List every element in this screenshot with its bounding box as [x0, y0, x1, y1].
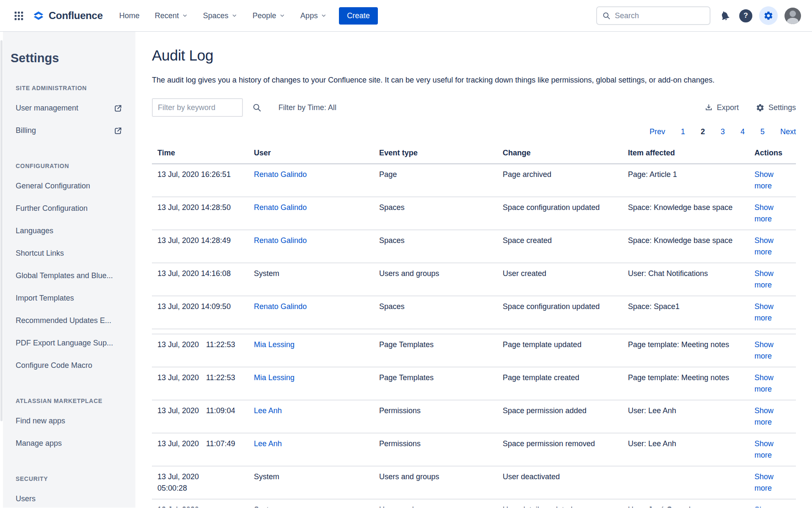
- cell-user: Renato Galindo: [248, 296, 374, 329]
- show-more-link[interactable]: Show more: [754, 302, 773, 322]
- sidebar-item-global-templates-and-blue[interactable]: Global Templates and Blue...: [16, 270, 122, 282]
- audit-settings-button[interactable]: Settings: [756, 103, 796, 112]
- cell-change: Page archived: [497, 164, 622, 197]
- nav-item-spaces[interactable]: Spaces: [197, 7, 244, 25]
- user-avatar[interactable]: [784, 8, 801, 24]
- user-link[interactable]: Renato Galindo: [254, 236, 307, 245]
- sidebar-section-heading: CONFIGURATION: [16, 163, 127, 169]
- sidebar-item-shortcut-links[interactable]: Shortcut Links: [16, 248, 122, 259]
- show-more-link[interactable]: Show more: [754, 340, 773, 360]
- audit-log-row: 13 Jul, 2020 14:28:50Renato GalindoSpace…: [152, 197, 796, 230]
- sidebar-item-import-templates[interactable]: Import Templates: [16, 293, 122, 304]
- cell-user: Renato Galindo: [248, 164, 374, 197]
- show-more-link[interactable]: Show more: [754, 170, 773, 190]
- user-link[interactable]: Renato Galindo: [254, 203, 307, 212]
- filter-search-button[interactable]: [252, 103, 261, 112]
- pagination-page-5[interactable]: 5: [760, 126, 765, 138]
- nav-item-apps[interactable]: Apps: [294, 7, 333, 25]
- show-more-link[interactable]: Show more: [754, 505, 773, 508]
- user-link[interactable]: Mia Lessing: [254, 373, 295, 382]
- search-input[interactable]: [615, 11, 705, 20]
- cell-event-type: Users and groups: [374, 466, 497, 499]
- nav-item-home[interactable]: Home: [113, 7, 146, 25]
- user-link[interactable]: Lee Anh: [254, 406, 282, 415]
- create-button[interactable]: Create: [339, 7, 378, 25]
- table-toolbar: Export Settings: [705, 103, 796, 112]
- cell-change: User created: [497, 263, 622, 296]
- settings-sidebar: Settings SITE ADMINISTRATIONUser managem…: [0, 32, 135, 508]
- user-link[interactable]: Renato Galindo: [254, 302, 307, 311]
- sidebar-item-general-configuration[interactable]: General Configuration: [16, 180, 122, 192]
- sidebar-item-pdf-export-language-sup[interactable]: PDF Export Language Sup...: [16, 337, 122, 349]
- help-icon: ?: [743, 11, 748, 20]
- help-button[interactable]: ?: [739, 9, 752, 22]
- show-more-link[interactable]: Show more: [754, 406, 773, 426]
- cell-user: Renato Galindo: [248, 230, 374, 263]
- pagination-page-1[interactable]: 1: [681, 126, 685, 138]
- cell-actions: Show more: [749, 164, 796, 197]
- cell-item-affected: Space: Knowledge base space: [622, 230, 749, 263]
- cell-item-affected: Page template: Meeting notes: [622, 367, 749, 400]
- user-link[interactable]: Mia Lessing: [254, 340, 295, 349]
- pagination-page-current[interactable]: 2: [701, 126, 705, 138]
- sidebar-item-user-management[interactable]: User management: [16, 102, 122, 114]
- show-more-link[interactable]: Show more: [754, 269, 773, 289]
- show-more-link[interactable]: Show more: [754, 236, 773, 256]
- sidebar-item-billing[interactable]: Billing: [16, 125, 122, 136]
- sidebar-item-label: PDF Export Language Sup...: [16, 337, 113, 349]
- audit-log-row: 13 Jul, 202011:22:53Mia LessingPage Temp…: [152, 367, 796, 400]
- cell-user: Mia Lessing: [248, 334, 374, 367]
- show-more-link[interactable]: Show more: [754, 373, 773, 393]
- show-more-link[interactable]: Show more: [754, 439, 773, 459]
- nav-item-people[interactable]: People: [246, 7, 292, 25]
- cell-item-affected: User: Lee Anh: [622, 400, 749, 433]
- show-more-link[interactable]: Show more: [754, 472, 773, 492]
- cell-time: 13 Jul, 2020 14:28:49: [152, 230, 248, 263]
- sidebar-item-label: Languages: [16, 225, 53, 237]
- pagination-page-3[interactable]: 3: [721, 126, 725, 138]
- cell-actions: Show more: [749, 296, 796, 329]
- notifications-button[interactable]: [717, 8, 732, 23]
- time-filter-dropdown[interactable]: Filter by Time: All: [278, 103, 336, 112]
- search-icon: [602, 11, 611, 20]
- sidebar-item-users[interactable]: Users: [16, 493, 122, 505]
- column-header-actions: Actions: [749, 149, 796, 164]
- cell-event-type: Spaces: [374, 230, 497, 263]
- cell-time: 13 Jul, 202011:22:53: [152, 367, 248, 400]
- sidebar-item-further-configuration[interactable]: Further Configuration: [16, 203, 122, 214]
- page-title: Audit Log: [152, 47, 796, 64]
- user-link[interactable]: Lee Anh: [254, 439, 282, 448]
- audit-log-row: 13 Jul, 202011:09:04Lee AnhPermissionsSp…: [152, 400, 796, 433]
- user-link[interactable]: Renato Galindo: [254, 170, 307, 179]
- global-search[interactable]: [596, 6, 710, 25]
- sidebar-item-languages[interactable]: Languages: [16, 225, 122, 237]
- cell-actions: Show more: [749, 499, 796, 508]
- cell-item-affected: User: Lee Anh: [622, 433, 749, 466]
- cell-change: User deactivated: [497, 466, 622, 499]
- nav-item-label: Apps: [300, 11, 318, 20]
- cell-user: System: [248, 499, 374, 508]
- sidebar-section-heading: SECURITY: [16, 475, 127, 482]
- pagination-prev[interactable]: Prev: [650, 126, 665, 138]
- cell-actions: Show more: [749, 466, 796, 499]
- pagination-next[interactable]: Next: [780, 126, 796, 138]
- sidebar-scrollbar-thumb[interactable]: [0, 40, 3, 421]
- pagination-page-4[interactable]: 4: [740, 126, 745, 138]
- sidebar-item-label: Configure Code Macro: [16, 360, 92, 371]
- sidebar-item-find-new-apps[interactable]: Find new apps: [16, 415, 122, 427]
- confluence-logo[interactable]: Confluence: [32, 9, 103, 22]
- external-link-icon: [114, 127, 122, 135]
- sidebar-item-configure-code-macro[interactable]: Configure Code Macro: [16, 360, 122, 371]
- confluence-logo-icon: [32, 9, 45, 22]
- admin-settings-button[interactable]: [759, 6, 778, 25]
- sidebar-item-label: Manage apps: [16, 438, 62, 449]
- sidebar-item-manage-apps[interactable]: Manage apps: [16, 438, 122, 449]
- sidebar-item-recommended-updates-e[interactable]: Recommended Updates E...: [16, 315, 122, 326]
- show-more-link[interactable]: Show more: [754, 203, 773, 223]
- cell-item-affected: Space: Knowledge base space: [622, 197, 749, 230]
- app-switcher-button[interactable]: [10, 7, 27, 24]
- nav-item-recent[interactable]: Recent: [149, 7, 194, 25]
- cell-item-affected: Page: Article 1: [622, 164, 749, 197]
- export-button[interactable]: Export: [705, 103, 739, 112]
- keyword-filter-input[interactable]: [152, 98, 243, 117]
